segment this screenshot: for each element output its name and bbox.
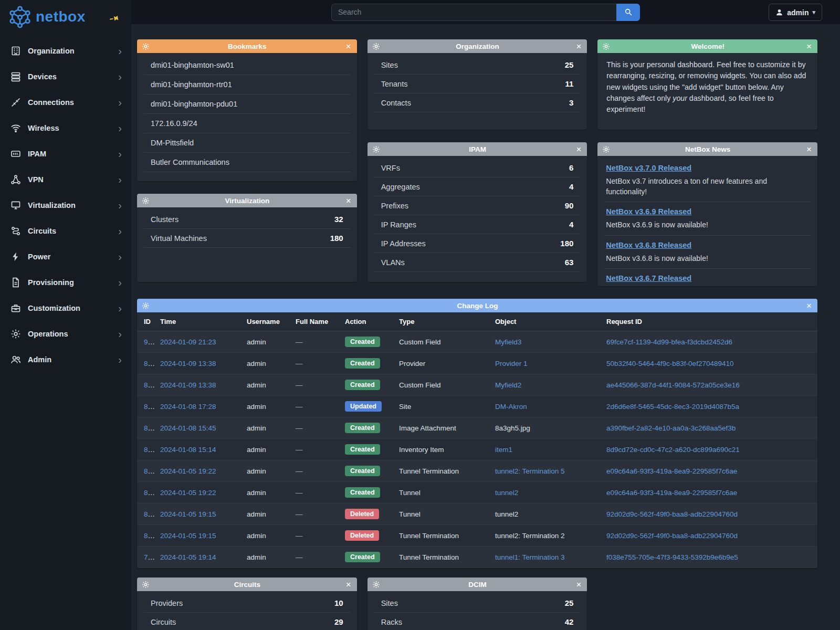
change-object[interactable]: 8a3gh5.jpg — [495, 424, 530, 432]
bookmark-item[interactable]: 172.16.0.9/24 — [143, 114, 351, 133]
widget-close-icon[interactable]: × — [345, 580, 352, 589]
widget-config-icon[interactable] — [602, 145, 610, 153]
stat-row[interactable]: Tenants 11 — [374, 75, 581, 93]
sidebar-item-connections[interactable]: Connections › — [0, 89, 131, 115]
change-object[interactable]: tunnel2: Termination 2 — [495, 532, 565, 540]
stat-row[interactable]: IP Addresses 180 — [374, 234, 581, 253]
request-id-link[interactable]: 69fce7cf-1139-4d99-bfea-f3dcbd2452d6 — [606, 338, 732, 346]
change-id-link[interactable]: 83 — [144, 489, 155, 497]
request-id-link[interactable]: 50b32f40-5464-4f9c-b83f-0ef270489410 — [606, 360, 733, 368]
logo[interactable]: netbox — [0, 0, 131, 34]
widget-close-icon[interactable]: × — [575, 580, 582, 589]
widget-close-icon[interactable]: × — [345, 196, 352, 205]
bookmark-item[interactable]: dmi01-binghamton-pdu01 — [143, 94, 351, 114]
news-headline-link[interactable]: NetBox v3.6.8 Released — [606, 241, 691, 249]
bookmark-item[interactable]: DM-Pittsfield — [143, 133, 351, 153]
change-object[interactable]: Provider 1 — [495, 360, 528, 368]
request-id-link[interactable]: e09c64a6-93f3-419a-8ea9-229585f7c6ae — [606, 489, 737, 497]
search-input[interactable] — [331, 4, 616, 21]
sidebar-item-operations[interactable]: Operations › — [0, 321, 131, 346]
sidebar-item-provisioning[interactable]: Provisioning › — [0, 269, 131, 295]
change-id-link[interactable]: 89 — [144, 360, 155, 368]
search-button[interactable] — [616, 4, 640, 21]
sidebar-item-ipam[interactable]: IPAM › — [0, 141, 131, 166]
request-id-link[interactable]: 8d9cd72e-cd0c-47c2-a620-dc899a690c21 — [606, 446, 740, 454]
news-headline-link[interactable]: NetBox v3.6.9 Released — [606, 207, 691, 216]
widget-close-icon[interactable]: × — [345, 42, 352, 51]
sidebar-item-circuits[interactable]: Circuits › — [0, 218, 131, 244]
news-headline-link[interactable]: NetBox v3.7.0 Released — [606, 164, 691, 172]
change-time-link[interactable]: 2024-01-05 19:15 — [160, 532, 216, 540]
widget-close-icon[interactable]: × — [575, 145, 582, 154]
change-time-link[interactable]: 2024-01-08 15:45 — [160, 424, 216, 432]
change-time-link[interactable]: 2024-01-05 19:22 — [160, 489, 216, 497]
stat-row[interactable]: VLANs 63 — [374, 253, 581, 272]
change-id-link[interactable]: 84 — [144, 467, 155, 475]
stat-row[interactable]: Prefixes 90 — [374, 196, 581, 215]
stat-row[interactable]: Virtual Machines 180 — [143, 229, 351, 248]
stat-row[interactable]: Aggregates 4 — [374, 177, 581, 196]
widget-config-icon[interactable] — [142, 581, 150, 589]
change-object[interactable]: tunnel1: Termination 3 — [495, 553, 565, 561]
widget-close-icon[interactable]: × — [805, 301, 813, 310]
sidebar-item-customization[interactable]: Customization › — [0, 295, 131, 321]
change-id-link[interactable]: 90 — [144, 338, 155, 346]
change-id-link[interactable]: 86 — [144, 424, 155, 432]
widget-config-icon[interactable] — [142, 43, 150, 50]
change-object[interactable]: item1 — [495, 446, 512, 454]
change-object[interactable]: DM-Akron — [495, 403, 527, 411]
stat-row[interactable]: Sites 25 — [374, 56, 581, 75]
change-object[interactable]: tunnel2: Termination 5 — [495, 467, 565, 475]
change-id-link[interactable]: 80 — [144, 532, 155, 540]
widget-config-icon[interactable] — [142, 197, 150, 205]
request-id-link[interactable]: 2d6d6e8f-5465-45dc-8ec3-2019d4087b5a — [606, 403, 739, 411]
stat-row[interactable]: Contacts 3 — [374, 93, 581, 112]
change-id-link[interactable]: 87 — [144, 403, 155, 411]
change-object[interactable]: Myfield2 — [495, 381, 521, 389]
change-object[interactable]: tunnel2 — [495, 510, 518, 518]
sidebar-item-organization[interactable]: Organization › — [0, 38, 131, 64]
sidebar-item-wireless[interactable]: Wireless › — [0, 115, 131, 141]
widget-close-icon[interactable]: × — [805, 42, 813, 51]
widget-close-icon[interactable]: × — [805, 145, 813, 154]
change-time-link[interactable]: 2024-01-08 17:28 — [160, 403, 216, 411]
stat-row[interactable]: IP Ranges 4 — [374, 215, 581, 234]
widget-config-icon[interactable] — [372, 145, 380, 153]
user-menu-button[interactable]: admin ▾ — [769, 4, 822, 21]
sidebar-item-devices[interactable]: Devices › — [0, 64, 131, 89]
change-time-link[interactable]: 2024-01-05 19:15 — [160, 510, 216, 518]
bookmark-item[interactable]: dmi01-binghamton-sw01 — [143, 56, 351, 75]
sidebar-item-virtualization[interactable]: Virtualization › — [0, 192, 131, 218]
change-id-link[interactable]: 79 — [144, 553, 155, 561]
request-id-link[interactable]: e09c64a6-93f3-419a-8ea9-229585f7c6ae — [606, 467, 737, 475]
widget-config-icon[interactable] — [142, 302, 150, 310]
request-id-link[interactable]: 92d02d9c-562f-49f0-baa8-adb22904760d — [606, 510, 738, 518]
change-id-link[interactable]: 88 — [144, 381, 155, 389]
change-id-link[interactable]: 81 — [144, 510, 155, 518]
request-id-link[interactable]: a390fbef-2a82-4e10-aa0a-3c268aa5ef3b — [606, 424, 736, 432]
bookmark-item[interactable]: Butler Communications — [143, 153, 351, 172]
stat-row[interactable]: VRFs 6 — [374, 159, 581, 177]
sidebar-item-vpn[interactable]: VPN › — [0, 166, 131, 192]
change-time-link[interactable]: 2024-01-09 21:23 — [160, 338, 216, 346]
change-time-link[interactable]: 2024-01-08 15:14 — [160, 446, 216, 454]
bookmark-item[interactable]: dmi01-binghamton-rtr01 — [143, 75, 351, 94]
stat-row[interactable]: Providers 10 — [143, 594, 351, 613]
change-object[interactable]: tunnel2 — [495, 489, 518, 497]
stat-row[interactable]: Clusters 32 — [143, 210, 351, 229]
sidebar-item-power[interactable]: Power › — [0, 244, 131, 269]
request-id-link[interactable]: 92d02d9c-562f-49f0-baa8-adb22904760d — [606, 532, 738, 540]
stat-row[interactable]: Racks 42 — [374, 613, 581, 630]
change-time-link[interactable]: 2024-01-05 19:14 — [160, 553, 216, 561]
change-time-link[interactable]: 2024-01-09 13:38 — [160, 381, 216, 389]
change-time-link[interactable]: 2024-01-05 19:22 — [160, 467, 216, 475]
request-id-link[interactable]: ae445066-387d-44f1-9084-572a05ce3e16 — [606, 381, 740, 389]
widget-config-icon[interactable] — [372, 581, 380, 589]
request-id-link[interactable]: f038e755-705e-47f3-9433-5392b9e6b9e5 — [606, 553, 738, 561]
change-object[interactable]: Myfield3 — [495, 338, 521, 346]
change-id-link[interactable]: 85 — [144, 446, 155, 454]
stat-row[interactable]: Sites 25 — [374, 594, 581, 613]
stat-row[interactable]: Circuits 29 — [143, 613, 351, 630]
sidebar-item-admin[interactable]: Admin › — [0, 346, 131, 372]
widget-config-icon[interactable] — [372, 43, 380, 50]
